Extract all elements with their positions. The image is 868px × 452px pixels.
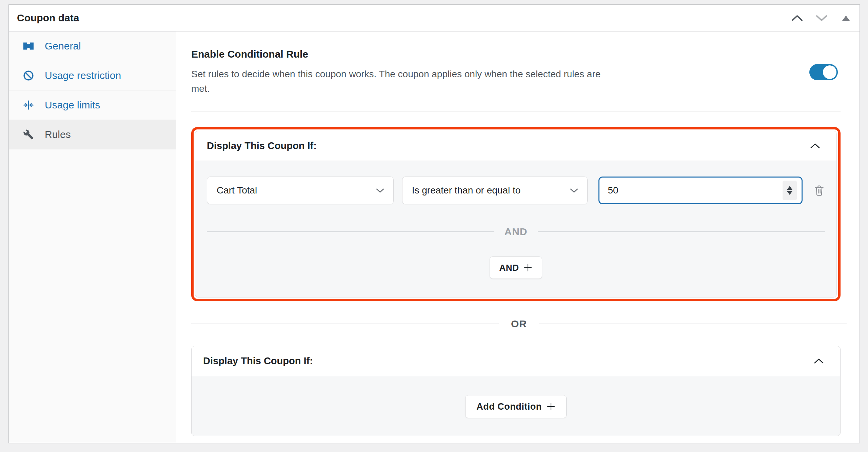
condition-operator-value: Is greater than or equal to [412, 185, 521, 196]
divider-line [538, 231, 825, 232]
chevron-down-icon [570, 188, 578, 193]
move-down-button[interactable] [813, 10, 830, 26]
coupon-data-tabs: General Usage restriction [9, 32, 176, 443]
rule-group-2: Display This Coupon If: Add Condition [191, 346, 841, 436]
chevron-down-icon [815, 14, 828, 22]
tab-label: Usage limits [45, 99, 100, 111]
trash-icon [813, 184, 825, 197]
condition-value-input[interactable] [608, 185, 783, 196]
rule-group-2-body: Add Condition [192, 376, 840, 436]
tab-usage-limits[interactable]: Usage limits [9, 90, 176, 120]
highlight-annotation: Display This Coupon If: Cart Total [191, 127, 841, 301]
triangle-up-icon [842, 16, 850, 21]
and-divider-label: AND [494, 226, 538, 238]
chevron-up-icon [791, 14, 803, 22]
and-button-row: AND [207, 256, 825, 279]
move-up-button[interactable] [789, 10, 805, 26]
toggle-panel-button[interactable] [838, 10, 854, 26]
chevron-down-icon [376, 188, 384, 193]
rule-group-1-header[interactable]: Display This Coupon If: [195, 131, 836, 161]
tab-label: Usage restriction [45, 70, 121, 81]
coupon-data-metabox: Coupon data [8, 4, 860, 443]
rule-group-1: Display This Coupon If: Cart Total [195, 131, 837, 297]
tab-label: General [45, 40, 81, 52]
condition-row: Cart Total Is greater than or equal to [207, 177, 825, 204]
divider-line [191, 324, 499, 324]
add-and-condition-button[interactable]: AND [490, 256, 542, 279]
plus-icon [547, 402, 555, 411]
block-icon [22, 69, 35, 82]
rule-group-2-header[interactable]: Display This Coupon If: [192, 346, 840, 376]
condition-operator-select[interactable]: Is greater than or equal to [402, 177, 588, 204]
add-condition-label: Add Condition [476, 402, 541, 412]
enable-conditional-rule-row: Enable Conditional Rule Set rules to dec… [191, 48, 841, 96]
delete-condition-button[interactable] [813, 184, 825, 197]
collapse-chevron-up-icon[interactable] [810, 143, 820, 149]
stepper-down-icon[interactable] [787, 191, 792, 195]
divider-line [539, 324, 847, 324]
metabox-controls [789, 10, 854, 26]
condition-field-value: Cart Total [217, 185, 257, 196]
divider-line [207, 231, 494, 232]
tab-usage-restriction[interactable]: Usage restriction [9, 61, 176, 90]
rules-tab-content: Enable Conditional Rule Set rules to dec… [176, 32, 860, 443]
toggle-knob [823, 65, 836, 79]
enable-conditional-rule-toggle[interactable] [809, 64, 838, 80]
plus-icon [524, 263, 532, 272]
or-divider: OR [191, 318, 847, 330]
number-stepper[interactable] [783, 181, 797, 200]
add-and-condition-label: AND [499, 263, 519, 273]
metabox-title: Coupon data [17, 12, 79, 24]
field-text: Enable Conditional Rule Set rules to dec… [191, 48, 618, 96]
section-divider [191, 111, 841, 112]
condition-field-select[interactable]: Cart Total [207, 177, 394, 204]
condition-value-field [598, 177, 803, 204]
add-condition-button[interactable]: Add Condition [465, 395, 566, 418]
metabox-body: General Usage restriction [9, 32, 860, 443]
and-divider: AND [207, 226, 825, 238]
rule-group-title: Display This Coupon If: [207, 140, 317, 151]
tab-general[interactable]: General [9, 32, 176, 61]
tab-rules[interactable]: Rules [9, 120, 176, 149]
stepper-up-icon[interactable] [787, 186, 792, 190]
or-divider-label: OR [499, 318, 539, 330]
collapse-chevron-up-icon[interactable] [814, 358, 824, 364]
wrench-icon [22, 128, 35, 141]
limits-icon [22, 99, 35, 111]
enable-conditional-rule-description: Set rules to decide when this coupon wor… [191, 67, 618, 96]
ticket-icon [22, 40, 35, 52]
metabox-header: Coupon data [9, 5, 860, 32]
rule-group-title: Display This Coupon If: [203, 355, 313, 367]
rule-group-1-body: Cart Total Is greater than or equal to [195, 161, 836, 297]
enable-conditional-rule-heading: Enable Conditional Rule [191, 48, 618, 60]
tab-label: Rules [45, 129, 71, 140]
page: Coupon data [0, 0, 868, 452]
